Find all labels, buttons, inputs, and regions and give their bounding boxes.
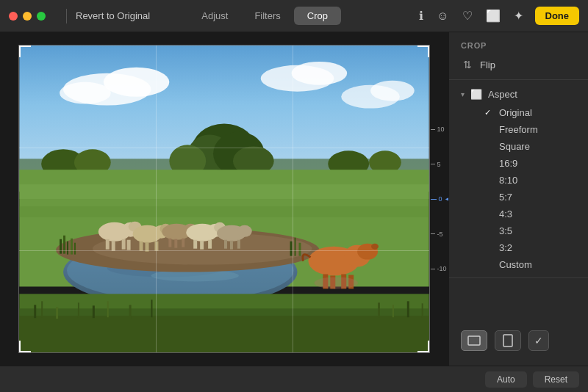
svg-rect-86 xyxy=(392,305,394,317)
svg-rect-60 xyxy=(208,240,212,249)
ruler-tick-label: 0 ◄ xyxy=(439,195,448,203)
svg-rect-34 xyxy=(74,243,76,255)
titlebar-right: ℹ ☺ ♡ ⬜ ✦ Done xyxy=(417,7,579,25)
svg-rect-66 xyxy=(237,240,240,249)
ruler-tick-label: 5 xyxy=(437,161,441,168)
aspect-option-label: 4:3 xyxy=(499,208,512,219)
aspect-option-freeform[interactable]: Freeform xyxy=(473,121,588,138)
svg-rect-87 xyxy=(407,301,409,317)
minimize-button[interactable] xyxy=(23,12,32,21)
svg-rect-21 xyxy=(19,206,429,217)
svg-rect-49 xyxy=(154,242,158,251)
aspect-option-4-3[interactable]: 4:3 xyxy=(473,206,588,222)
photo-container: 10 5 0 ◄ -5 -10 xyxy=(18,45,430,353)
titlebar-tabs: Adjust Filters Crop xyxy=(188,7,341,25)
rotation-ruler: 10 5 0 ◄ -5 -10 xyxy=(431,126,448,272)
auto-button[interactable]: Auto xyxy=(485,371,527,388)
aspect-option-label: Custom xyxy=(499,259,532,270)
aspect-option-3-5[interactable]: 3:5 xyxy=(473,222,588,239)
aspect-option-label: Original xyxy=(499,107,532,118)
photo-area: 10 5 0 ◄ -5 -10 xyxy=(0,32,448,366)
aspect-label: Aspect xyxy=(488,89,517,100)
tab-crop[interactable]: Crop xyxy=(294,7,341,25)
aspect-option-3-2[interactable]: 3:2 xyxy=(473,239,588,256)
svg-rect-20 xyxy=(19,184,429,199)
svg-rect-79 xyxy=(56,307,58,319)
heart-icon[interactable]: ♡ xyxy=(461,7,474,24)
svg-rect-64 xyxy=(224,240,227,249)
photo-display xyxy=(18,45,430,353)
svg-rect-80 xyxy=(78,302,79,317)
crop-icon[interactable]: ⬜ xyxy=(484,7,502,24)
close-button[interactable] xyxy=(9,12,18,21)
svg-point-7 xyxy=(370,81,415,101)
bottom-bar: Auto Reset xyxy=(0,366,588,392)
aspect-option-label: 3:2 xyxy=(499,242,512,253)
maximize-button[interactable] xyxy=(37,12,46,21)
chevron-icon: ▾ xyxy=(461,90,465,98)
svg-point-63 xyxy=(237,225,252,237)
orientation-buttons: ✓ xyxy=(461,330,576,351)
tab-adjust[interactable]: Adjust xyxy=(188,7,241,25)
titlebar: Revert to Original Adjust Filters Crop ℹ… xyxy=(0,0,588,32)
revert-button[interactable]: Revert to Original xyxy=(76,10,150,21)
svg-rect-58 xyxy=(193,240,197,249)
aspect-option-label: 16:9 xyxy=(499,158,517,169)
svg-rect-84 xyxy=(151,300,152,317)
svg-rect-48 xyxy=(146,242,149,252)
landscape-orientation-button[interactable] xyxy=(461,330,487,351)
aspect-option-5-7[interactable]: 5:7 xyxy=(473,189,588,206)
ruler-tick-line xyxy=(431,199,437,200)
svg-rect-59 xyxy=(200,241,204,250)
svg-rect-55 xyxy=(182,239,184,247)
reset-button[interactable]: Reset xyxy=(533,371,579,388)
svg-rect-40 xyxy=(106,239,110,250)
ruler-tick-10: 10 xyxy=(431,126,445,133)
checkmark-icon: ✓ xyxy=(484,108,495,117)
aspect-option-square[interactable]: Square xyxy=(473,138,588,155)
magic-icon[interactable]: ✦ xyxy=(512,7,525,24)
flip-icon: ⇅ xyxy=(461,59,474,70)
svg-rect-32 xyxy=(67,242,68,255)
svg-rect-33 xyxy=(71,239,73,255)
emoji-icon[interactable]: ☺ xyxy=(435,8,450,24)
flip-item[interactable]: ⇅ Flip xyxy=(449,54,588,75)
traffic-lights xyxy=(9,12,46,21)
ruler-tick-line xyxy=(431,233,435,234)
titlebar-divider xyxy=(66,9,67,23)
ruler-tick-0: 0 ◄ xyxy=(431,195,448,203)
aspect-option-original[interactable]: ✓ Original xyxy=(473,104,588,121)
ruler-tick-line xyxy=(431,129,435,130)
aspect-option-custom[interactable]: Custom xyxy=(473,256,588,273)
svg-rect-43 xyxy=(127,240,131,250)
svg-rect-78 xyxy=(41,301,43,317)
aspect-option-16-9[interactable]: 16:9 xyxy=(473,155,588,172)
svg-point-2 xyxy=(104,68,170,97)
svg-point-75 xyxy=(314,277,358,288)
aspect-option-label: Square xyxy=(499,141,530,152)
right-panel: CROP ⇅ Flip ▾ ⬜ Aspect ✓ Original Freefo… xyxy=(448,32,588,366)
svg-rect-36 xyxy=(295,238,296,256)
svg-rect-82 xyxy=(107,301,109,317)
svg-rect-53 xyxy=(168,239,171,247)
svg-rect-90 xyxy=(503,335,512,346)
ruler-tick-neg5: -5 xyxy=(431,231,443,238)
svg-point-5 xyxy=(292,62,348,85)
ruler-tick-5: 5 xyxy=(431,161,441,168)
aspect-option-8-10[interactable]: 8:10 xyxy=(473,172,588,189)
info-icon[interactable]: ℹ xyxy=(417,7,425,24)
aspect-option-label: Freeform xyxy=(499,124,538,135)
tab-filters[interactable]: Filters xyxy=(241,7,293,25)
confirm-button[interactable]: ✓ xyxy=(528,330,549,351)
svg-rect-30 xyxy=(60,239,62,254)
panel-section-title: CROP xyxy=(449,32,588,54)
svg-rect-88 xyxy=(422,303,423,317)
svg-rect-85 xyxy=(378,302,380,317)
done-button[interactable]: Done xyxy=(535,7,580,25)
portrait-orientation-button[interactable] xyxy=(495,330,521,351)
landscape-icon xyxy=(467,335,481,346)
svg-rect-41 xyxy=(112,241,115,251)
aspect-header[interactable]: ▾ ⬜ Aspect xyxy=(449,84,588,104)
svg-rect-42 xyxy=(122,239,126,250)
svg-rect-81 xyxy=(93,305,95,318)
